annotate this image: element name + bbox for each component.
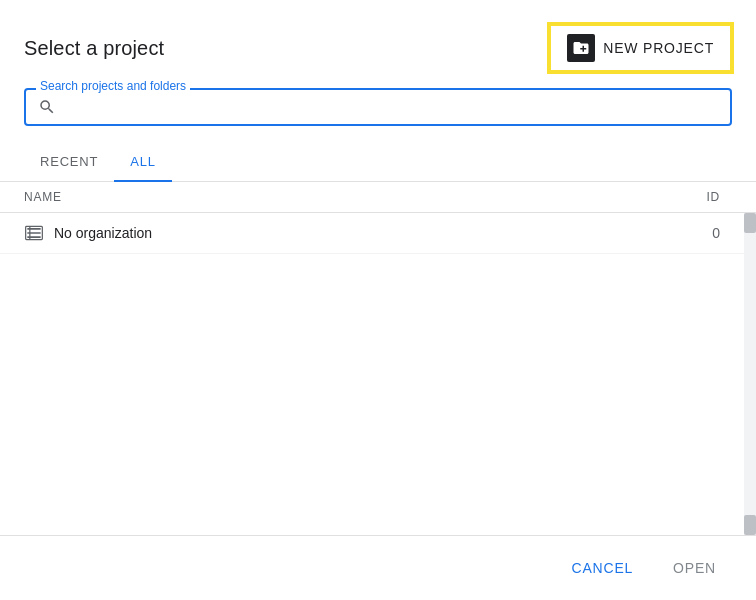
- search-section: Search projects and folders: [0, 88, 756, 126]
- search-icon: [38, 98, 56, 116]
- table-header: Name ID: [0, 182, 756, 213]
- new-project-button[interactable]: NEW PROJECT: [549, 24, 732, 72]
- search-input[interactable]: [64, 98, 718, 116]
- new-project-label: NEW PROJECT: [603, 40, 714, 56]
- search-input-wrapper: [24, 88, 732, 126]
- tab-recent[interactable]: RECENT: [24, 142, 114, 181]
- tabs-section: RECENT ALL: [0, 142, 756, 182]
- add-folder-icon: [572, 39, 590, 57]
- new-project-icon: [567, 34, 595, 62]
- dialog-header: Select a project NEW PROJECT: [0, 0, 756, 88]
- scrollbar-track[interactable]: [744, 213, 756, 535]
- dialog-title: Select a project: [24, 37, 164, 60]
- scrollbar-thumb-bottom[interactable]: [744, 515, 756, 535]
- row-id: 0: [600, 225, 720, 241]
- tab-all[interactable]: ALL: [114, 142, 172, 181]
- table-body: No organization 0: [0, 213, 756, 535]
- column-header-id: ID: [600, 190, 720, 204]
- table-row[interactable]: No organization 0: [0, 213, 744, 254]
- table-section: Name ID No organi: [0, 182, 756, 535]
- organization-icon: [24, 223, 44, 243]
- search-label: Search projects and folders: [36, 79, 190, 93]
- cancel-button[interactable]: CANCEL: [556, 552, 650, 584]
- row-name: No organization: [24, 223, 600, 243]
- open-button[interactable]: OPEN: [657, 552, 732, 584]
- dialog-footer: CANCEL OPEN: [0, 535, 756, 600]
- scrollbar-thumb-top[interactable]: [744, 213, 756, 233]
- select-project-dialog: Select a project NEW PROJECT Search proj…: [0, 0, 756, 600]
- column-header-name: Name: [24, 190, 600, 204]
